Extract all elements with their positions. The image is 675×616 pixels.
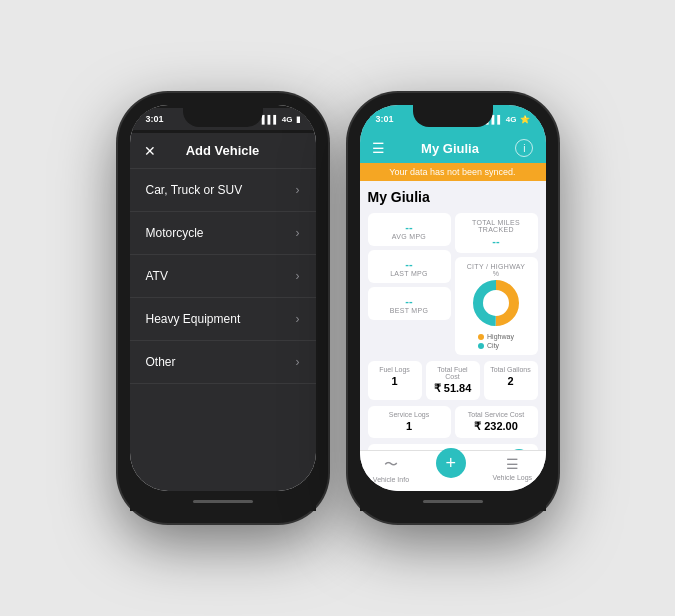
fuel-logs-label: Fuel Logs	[374, 366, 416, 373]
phone-1-home-indicator	[130, 491, 316, 511]
total-fuel-cost-value: ₹ 51.84	[432, 382, 474, 395]
fuel-logs-value: 1	[374, 375, 416, 387]
add-button[interactable]: +	[436, 448, 466, 478]
phone-1: 3:01 ▌▌▌ 4G ▮ ✕ Add Vehicle C	[118, 93, 328, 523]
menu-item-car-label: Car, Truck or SUV	[146, 183, 243, 197]
svg-text:50: 50	[500, 301, 508, 308]
info-icon[interactable]: i	[515, 139, 533, 157]
nav-vehicle-logs[interactable]: ☰ Vehicle Logs	[492, 456, 532, 483]
city-highway-label: CITY / HIGHWAY %	[463, 263, 530, 277]
home-bar	[193, 500, 253, 503]
phones-container: 3:01 ▌▌▌ 4G ▮ ✕ Add Vehicle C	[118, 93, 558, 523]
service-logs-label: Service Logs	[374, 411, 445, 418]
bottom-stats-row1: Fuel Logs 1 Total Fuel Cost ₹ 51.84 Tota…	[368, 361, 538, 400]
highway-label: Highway	[487, 333, 514, 340]
city-highway-card: CITY / HIGHWAY % 50 50	[455, 257, 538, 355]
donut-chart: 50 50	[470, 277, 522, 329]
right-stats: TOTAL MILES TRACKED -- CITY / HIGHWAY %	[455, 213, 538, 355]
phone-2-home-indicator	[360, 491, 546, 511]
total-fuel-cost-card: Total Fuel Cost ₹ 51.84	[426, 361, 480, 400]
highway-dot	[478, 334, 484, 340]
signal-icon: ▌▌▌	[262, 115, 279, 124]
chevron-icon-other: ›	[296, 355, 300, 369]
sync-message: Your data has not been synced.	[389, 167, 515, 177]
chevron-icon-atv: ›	[296, 269, 300, 283]
battery-icon: ▮	[296, 115, 300, 124]
legend-city: City	[478, 342, 514, 349]
best-mpg-card: -- BEST MPG	[368, 287, 451, 320]
menu-list: Car, Truck or SUV › Motorcycle › ATV › H…	[130, 169, 316, 491]
total-service-cost-card: Total Service Cost ₹ 232.00	[455, 406, 538, 438]
menu-item-atv[interactable]: ATV ›	[130, 255, 316, 298]
close-icon[interactable]: ✕	[144, 143, 156, 159]
vehicle-info-label: Vehicle Info	[373, 476, 409, 483]
fuel-logs-card: Fuel Logs 1	[368, 361, 422, 400]
battery-icon-2: ⭐	[520, 115, 530, 124]
menu-item-motorcycle[interactable]: Motorcycle ›	[130, 212, 316, 255]
last-mpg-label: LAST MPG	[376, 270, 443, 277]
menu-item-motorcycle-label: Motorcycle	[146, 226, 204, 240]
last-mpg-card: -- LAST MPG	[368, 250, 451, 283]
hamburger-icon[interactable]: ☰	[372, 140, 385, 156]
total-miles-label: TOTAL MILES TRACKED	[463, 219, 530, 233]
phone-1-content: ✕ Add Vehicle Car, Truck or SUV › Motorc…	[130, 133, 316, 491]
phone-1-title: Add Vehicle	[186, 143, 260, 158]
city-dot	[478, 343, 484, 349]
best-mpg-label: BEST MPG	[376, 307, 443, 314]
menu-item-heavy-label: Heavy Equipment	[146, 312, 241, 326]
dashboard-title-header: My Giulia	[421, 141, 479, 156]
total-service-cost-value: ₹ 232.00	[461, 420, 532, 433]
phone-1-time: 3:01	[146, 114, 164, 124]
phone-1-status-icons: ▌▌▌ 4G ▮	[262, 115, 300, 124]
city-label: City	[487, 342, 499, 349]
vehicle-logs-icon: ☰	[506, 456, 519, 472]
service-logs-value: 1	[374, 420, 445, 432]
dashboard-content: My Giulia -- AVG MPG -- LAST MPG --	[360, 181, 546, 450]
phone-1-header: ✕ Add Vehicle	[130, 133, 316, 169]
vehicle-info-icon: 〜	[384, 456, 398, 474]
mpg-left: -- AVG MPG -- LAST MPG -- BEST MPG	[368, 213, 451, 355]
phone-2-screen: 3:01 ▌▌▌ 4G ⭐ ☰ My Giulia i Your data ha…	[360, 105, 546, 491]
phone-2-notch-bar: 3:01 ▌▌▌ 4G ⭐	[360, 105, 546, 133]
chevron-icon-heavy: ›	[296, 312, 300, 326]
phone-2-time: 3:01	[376, 114, 394, 124]
chevron-icon-motorcycle: ›	[296, 226, 300, 240]
phone-2: 3:01 ▌▌▌ 4G ⭐ ☰ My Giulia i Your data ha…	[348, 93, 558, 523]
vehicle-logs-label: Vehicle Logs	[492, 474, 532, 481]
total-service-cost-label: Total Service Cost	[461, 411, 532, 418]
sync-banner: Your data has not been synced.	[360, 163, 546, 181]
donut-container: 50 50 Highway	[463, 277, 530, 349]
total-gallons-value: 2	[490, 375, 532, 387]
menu-item-other-label: Other	[146, 355, 176, 369]
service-logs-card: Service Logs 1	[368, 406, 451, 438]
phone-1-screen: 3:01 ▌▌▌ 4G ▮ ✕ Add Vehicle C	[130, 105, 316, 491]
bottom-nav: 〜 Vehicle Info + ☰ Vehicle Logs	[360, 450, 546, 491]
avg-mpg-value: --	[376, 221, 443, 233]
mpg-section: -- AVG MPG -- LAST MPG -- BEST MPG	[368, 213, 538, 355]
avg-mpg-card: -- AVG MPG	[368, 213, 451, 246]
menu-item-heavy[interactable]: Heavy Equipment ›	[130, 298, 316, 341]
best-mpg-value: --	[376, 295, 443, 307]
menu-item-other[interactable]: Other ›	[130, 341, 316, 384]
total-fuel-cost-label: Total Fuel Cost	[432, 366, 474, 380]
phone-2-status-icons: ▌▌▌ 4G ⭐	[486, 115, 530, 124]
menu-item-car[interactable]: Car, Truck or SUV ›	[130, 169, 316, 212]
phone-2-notch	[413, 105, 493, 127]
chevron-icon-car: ›	[296, 183, 300, 197]
network-icon-2: 4G	[506, 115, 517, 124]
avg-mpg-label: AVG MPG	[376, 233, 443, 240]
menu-item-atv-label: ATV	[146, 269, 168, 283]
page-title: My Giulia	[368, 189, 538, 205]
phone-1-notch-bar: 3:01 ▌▌▌ 4G ▮	[130, 105, 316, 133]
total-miles-value: --	[463, 235, 530, 247]
svg-text:50: 50	[484, 301, 492, 308]
legend-highway: Highway	[478, 333, 514, 340]
bottom-stats-row2: Service Logs 1 Total Service Cost ₹ 232.…	[368, 406, 538, 438]
total-miles-card: TOTAL MILES TRACKED --	[455, 213, 538, 253]
nav-add[interactable]: +	[436, 456, 466, 483]
network-icon: 4G	[282, 115, 293, 124]
nav-vehicle-info[interactable]: 〜 Vehicle Info	[373, 456, 409, 483]
phone-1-notch	[183, 105, 263, 127]
chart-legend: Highway City	[478, 333, 514, 349]
home-bar-2	[423, 500, 483, 503]
